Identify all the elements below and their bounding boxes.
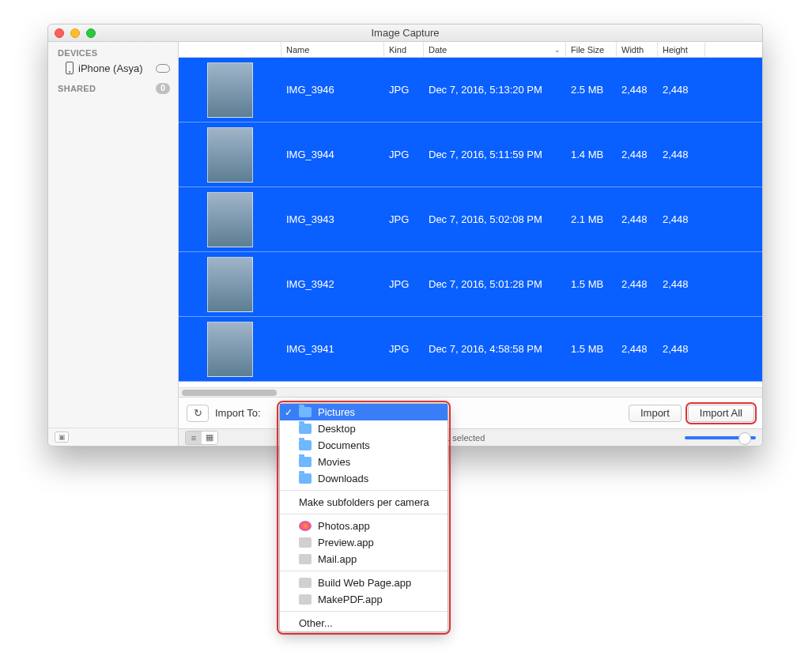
image-capture-window: Image Capture DEVICES iPhone (Asya) SHAR… xyxy=(47,24,763,447)
thumbnail-size-slider[interactable] xyxy=(685,436,756,439)
menu-separator xyxy=(280,490,448,491)
cell-height: 2,448 xyxy=(658,213,705,225)
cell-size: 2.1 MB xyxy=(566,213,617,225)
cell-size: 1.4 MB xyxy=(566,149,617,160)
cell-name: IMG_3941 xyxy=(281,343,384,355)
import-toolbar: ↻ Import To: Import Import All xyxy=(179,397,762,428)
thumbnail xyxy=(207,62,253,118)
cell-size: 2.5 MB xyxy=(566,84,617,96)
toggle-device-panel-button[interactable]: ▣ xyxy=(55,432,69,443)
cell-kind: JPG xyxy=(384,343,424,355)
menu-separator xyxy=(280,514,448,514)
menu-build-web-page-app[interactable]: Build Web Page.app xyxy=(280,575,448,591)
cell-height: 2,448 xyxy=(658,278,705,290)
menu-other[interactable]: Other... xyxy=(280,615,448,631)
import-to-label: Import To: xyxy=(215,407,261,419)
thumbnail xyxy=(207,192,253,247)
col-date[interactable]: Date ⌄ xyxy=(424,42,566,57)
sidebar-device-iphone[interactable]: iPhone (Asya) xyxy=(48,59,178,77)
image-row[interactable]: IMG_3944JPGDec 7, 2016, 5:11:59 PM1.4 MB… xyxy=(179,122,762,187)
cell-date: Dec 7, 2016, 5:11:59 PM xyxy=(424,149,566,160)
thumbnail xyxy=(207,322,253,377)
cell-width: 2,448 xyxy=(617,343,658,355)
import-button[interactable]: Import xyxy=(629,405,682,422)
thumbnail xyxy=(207,257,253,312)
cell-date: Dec 7, 2016, 5:01:28 PM xyxy=(424,278,566,290)
titlebar: Image Capture xyxy=(48,24,762,42)
device-label: iPhone (Asya) xyxy=(78,62,143,74)
col-height[interactable]: Height xyxy=(658,42,705,57)
window-title: Image Capture xyxy=(48,27,762,39)
cell-size: 1.5 MB xyxy=(566,343,617,355)
image-row[interactable]: IMG_3941JPGDec 7, 2016, 4:58:58 PM1.5 MB… xyxy=(179,317,762,382)
mail-app-icon xyxy=(299,554,312,564)
folder-icon xyxy=(299,473,312,484)
col-thumb[interactable] xyxy=(179,42,281,57)
scrollbar-thumb[interactable] xyxy=(182,390,277,396)
cell-width: 2,448 xyxy=(617,84,658,96)
menu-mail-app[interactable]: Mail.app xyxy=(280,551,448,567)
menu-preview-app[interactable]: Preview.app xyxy=(280,534,448,551)
cell-date: Dec 7, 2016, 5:13:20 PM xyxy=(424,84,566,96)
grid-view-icon[interactable]: ▦ xyxy=(202,432,217,444)
image-row[interactable]: IMG_3942JPGDec 7, 2016, 5:01:28 PM1.5 MB… xyxy=(179,252,762,317)
checkmark-icon: ✓ xyxy=(285,407,293,418)
app-icon xyxy=(299,578,312,588)
menu-makepdf-app[interactable]: MakePDF.app xyxy=(280,591,448,608)
menu-movies[interactable]: Movies xyxy=(280,454,448,470)
image-row[interactable]: IMG_3946JPGDec 7, 2016, 5:13:20 PM2.5 MB… xyxy=(179,58,762,122)
cell-height: 2,448 xyxy=(658,149,705,160)
folder-icon xyxy=(299,407,312,417)
image-list[interactable]: IMG_3946JPGDec 7, 2016, 5:13:20 PM2.5 MB… xyxy=(179,58,762,387)
menu-make-subfolders[interactable]: Make subfolders per camera xyxy=(280,494,448,511)
col-file-size[interactable]: File Size xyxy=(566,42,617,57)
thumbnail xyxy=(207,127,253,183)
cell-name: IMG_3943 xyxy=(281,213,384,225)
menu-desktop[interactable]: Desktop xyxy=(280,420,448,437)
folder-icon xyxy=(299,440,312,450)
col-name[interactable]: Name xyxy=(281,42,384,57)
cell-width: 2,448 xyxy=(617,278,658,290)
photos-app-icon xyxy=(299,521,312,531)
view-mode-toggle[interactable]: ≡ ▦ xyxy=(185,431,218,445)
cell-height: 2,448 xyxy=(658,84,705,96)
cell-date: Dec 7, 2016, 4:58:58 PM xyxy=(424,343,566,355)
status-bar: ≡ ▦ of 361 selected xyxy=(179,428,762,446)
cell-size: 1.5 MB xyxy=(566,278,617,290)
cell-width: 2,448 xyxy=(617,149,658,160)
menu-documents[interactable]: Documents xyxy=(280,437,448,454)
import-to-dropdown[interactable]: ✓ Pictures Desktop Documents Movies Down… xyxy=(279,403,448,632)
menu-separator xyxy=(280,571,448,571)
sidebar-devices-header: DEVICES xyxy=(48,42,178,59)
horizontal-scrollbar[interactable] xyxy=(179,387,762,397)
image-row[interactable]: IMG_3943JPGDec 7, 2016, 5:02:08 PM2.1 MB… xyxy=(179,187,762,252)
folder-icon xyxy=(299,457,312,467)
app-icon xyxy=(299,594,312,605)
cell-kind: JPG xyxy=(384,213,424,225)
menu-downloads[interactable]: Downloads xyxy=(280,470,448,487)
sort-indicator-icon: ⌄ xyxy=(554,46,561,54)
shared-count-badge: 0 xyxy=(156,83,170,94)
import-all-button[interactable]: Import All xyxy=(688,405,754,422)
cell-kind: JPG xyxy=(384,149,424,160)
cell-date: Dec 7, 2016, 5:02:08 PM xyxy=(424,213,566,225)
cell-kind: JPG xyxy=(384,278,424,290)
menu-pictures[interactable]: ✓ Pictures xyxy=(280,404,448,420)
col-kind[interactable]: Kind xyxy=(384,42,424,57)
main-panel: Name Kind Date ⌄ File Size Width Height … xyxy=(179,42,762,446)
cell-width: 2,448 xyxy=(617,213,658,225)
col-width[interactable]: Width xyxy=(617,42,658,57)
cloud-icon xyxy=(156,64,170,73)
cell-kind: JPG xyxy=(384,84,424,96)
menu-photos-app[interactable]: Photos.app xyxy=(280,518,448,534)
cell-name: IMG_3942 xyxy=(281,278,384,290)
sidebar-shared-header: SHARED 0 xyxy=(48,77,178,96)
preview-app-icon xyxy=(299,537,312,548)
rotate-button[interactable]: ↻ xyxy=(187,405,209,422)
cell-name: IMG_3946 xyxy=(281,84,384,96)
list-view-icon[interactable]: ≡ xyxy=(186,432,202,444)
column-headers: Name Kind Date ⌄ File Size Width Height xyxy=(179,42,762,58)
menu-separator xyxy=(280,611,448,612)
cell-name: IMG_3944 xyxy=(281,149,384,160)
cell-height: 2,448 xyxy=(658,343,705,355)
